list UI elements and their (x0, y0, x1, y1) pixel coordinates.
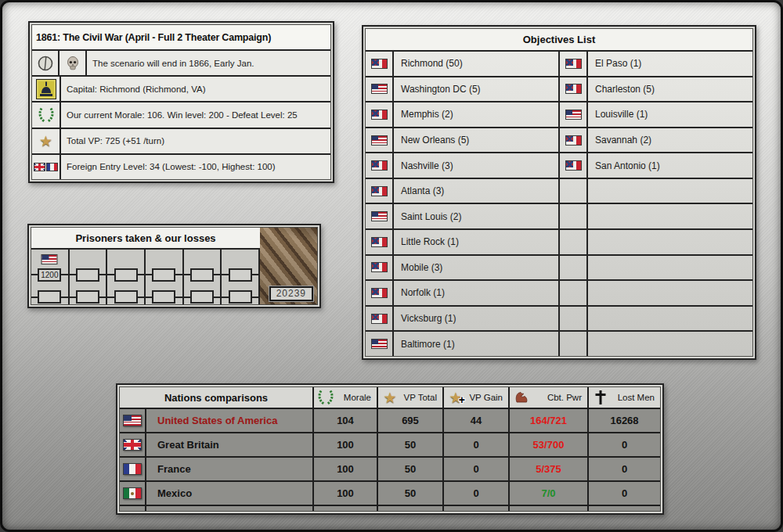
prisoners-wrap: Prisoners taken & our losses 1200 20239 (31, 228, 317, 304)
column-header-label: Cbt. Pwr (547, 393, 582, 402)
objective-name: Charleston (5) (588, 77, 752, 102)
column-header-lost-men: Lost Men (589, 387, 660, 408)
nation-name: France (146, 458, 312, 480)
prisoners-losses-panel: Prisoners taken & our losses 1200 20239 (27, 224, 321, 308)
mx-flag-icon (123, 487, 142, 499)
vp-total-value: 50 (378, 458, 442, 480)
prisoner-count-box (229, 268, 252, 282)
objective-flag-cell (366, 128, 394, 153)
france-flag-icon (46, 163, 58, 171)
csa-flag-icon (565, 59, 582, 69)
csa-flag-icon (371, 110, 388, 120)
objective-name: Atlanta (3) (394, 179, 560, 203)
column-header-label: Lost Men (618, 393, 655, 402)
objective-name: New Orleans (5) (394, 128, 560, 153)
objective-row[interactable]: Mobile (3) (366, 256, 752, 282)
objective-row[interactable]: Baltimore (1) (366, 332, 752, 356)
objective-name (588, 307, 752, 331)
objective-name: Nashville (3) (394, 153, 560, 178)
objective-flag-cell (560, 179, 588, 203)
prisoner-column: 1200 (31, 250, 70, 304)
objective-row[interactable]: Little Rock (1) (366, 230, 752, 256)
table-filler-cell (589, 506, 660, 511)
objective-flag-cell (560, 153, 588, 178)
objective-name (588, 256, 752, 280)
scenario-row-text: Our current Morale: 106. Win level: 200 … (61, 102, 330, 127)
objective-flag-cell (366, 256, 394, 280)
objective-row[interactable]: Memphis (2)Louisville (1) (366, 102, 752, 128)
cbt-pwr-value: 53/700 (510, 433, 587, 456)
nation-flag-cell (120, 482, 145, 505)
objective-name: Vicksburg (1) (394, 307, 560, 331)
bicep-icon (513, 388, 530, 407)
prisoner-count-box (76, 268, 99, 282)
csa-flag-icon (371, 160, 388, 171)
capitol-icon-cell (32, 77, 61, 101)
column-header-morale: Morale (314, 387, 377, 408)
table-filler-cell (120, 506, 145, 511)
table-filler-cell (378, 506, 442, 511)
cbt-pwr-value: 5/375 (510, 458, 587, 480)
column-header-label: Morale (344, 393, 371, 402)
objective-row[interactable]: New Orleans (5)Savannah (2) (366, 128, 752, 154)
objective-flag-cell (366, 153, 394, 178)
objective-row[interactable]: Vicksburg (1) (366, 307, 752, 332)
uk-fr-flags-icon (34, 157, 58, 176)
objective-row[interactable]: Nashville (3)San Antonio (1) (366, 153, 752, 179)
scenario-row: The scenario will end in 1866, Early Jan… (32, 49, 330, 75)
objective-row[interactable]: Richmond (50)El Paso (1) (366, 52, 752, 77)
objective-row[interactable]: Atlanta (3) (366, 179, 752, 205)
objective-flag-cell (366, 307, 394, 331)
objective-flag-cell (366, 102, 394, 127)
csa-flag-icon (371, 288, 388, 298)
losses-count-box (152, 290, 175, 304)
objective-flag-cell (560, 128, 588, 153)
table-filler-cell (444, 506, 508, 511)
objective-row[interactable]: Saint Louis (2) (366, 204, 752, 230)
objective-name (588, 179, 752, 203)
us-flag-icon (123, 415, 142, 426)
objective-name: Memphis (2) (394, 102, 560, 127)
objective-name: Richmond (50) (394, 52, 560, 76)
objective-row[interactable]: Norfolk (1) (366, 281, 752, 307)
vp-total-value: 50 (378, 433, 442, 456)
vp-gain-value: 0 (444, 458, 508, 480)
skull-icon (64, 54, 81, 73)
us-flag-icon (371, 135, 388, 146)
table-filler-cell (146, 506, 312, 511)
scenario-row-text: Capital: Richmond (Richmond, VA) (61, 77, 330, 101)
prisoner-column (70, 250, 108, 304)
prisoner-column (222, 250, 260, 304)
capitol-icon (36, 80, 56, 99)
objective-flag-cell (560, 230, 588, 254)
objective-flag-cell (366, 281, 394, 305)
us-flag-icon (371, 339, 388, 349)
objective-name: Louisville (1) (588, 102, 752, 127)
cemetery-photo: 20239 (260, 228, 317, 304)
objective-flag-cell (560, 204, 588, 228)
prisoners-title: Prisoners taken & our losses (31, 228, 260, 250)
cbt-pwr-value: 7/0 (510, 482, 587, 505)
scenario-info-inner: 1861: The Civil War (April - Full 2 Thea… (31, 24, 331, 180)
column-header-vp-total: ★VP Total (378, 387, 442, 408)
objective-name (588, 204, 752, 228)
objectives-grid: Richmond (50)El Paso (1)Washington DC (5… (366, 52, 752, 356)
prisoners-left: Prisoners taken & our losses 1200 (31, 228, 260, 304)
objectives-inner: Objectives List Richmond (50)El Paso (1)… (365, 28, 753, 357)
losses-count-box (114, 290, 138, 304)
uk-flag-icon (34, 163, 45, 171)
star-plus-icon: ★+ (447, 388, 464, 407)
nations-comparisons-title: Nations comparisons (120, 387, 312, 408)
objective-flag-cell (366, 332, 394, 356)
star-icon: ★ (38, 131, 55, 150)
objective-name (588, 281, 752, 305)
objective-name: Norfolk (1) (394, 281, 560, 305)
objective-row[interactable]: Washington DC (5)Charleston (5) (366, 77, 752, 103)
prisoner-column (184, 250, 222, 304)
objective-flag-cell (560, 77, 588, 102)
scenario-row: Capital: Richmond (Richmond, VA) (32, 75, 330, 101)
objective-flag-cell (560, 307, 588, 331)
star-icon: ★ (381, 388, 399, 407)
column-header-vp-gain: ★+VP Gain (444, 387, 508, 408)
objective-flag-cell (560, 256, 588, 280)
